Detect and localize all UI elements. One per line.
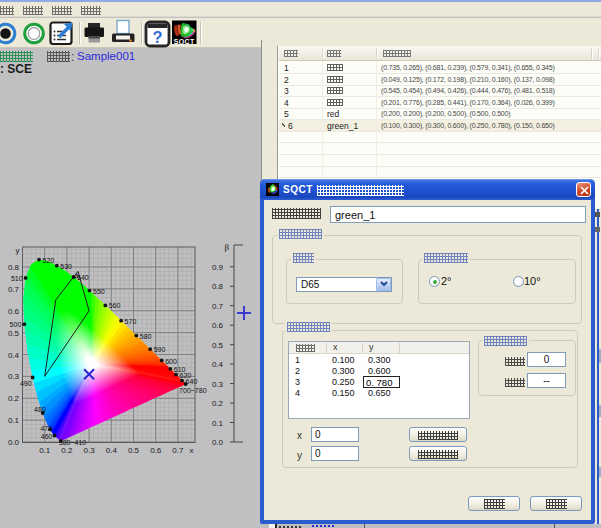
svg-text:0.0: 0.0 <box>8 438 20 447</box>
svg-text:0.1: 0.1 <box>212 419 224 428</box>
svg-text:380~410: 380~410 <box>59 439 87 446</box>
svg-text:A: A <box>75 273 80 280</box>
svg-text:550: 550 <box>93 288 105 295</box>
svg-text:0.2: 0.2 <box>212 399 224 408</box>
svg-text:0.9: 0.9 <box>212 263 224 272</box>
svg-text:640: 640 <box>186 378 198 385</box>
svg-text:580: 580 <box>140 333 152 340</box>
svg-text:0.8: 0.8 <box>212 282 224 291</box>
svg-text:0.8: 0.8 <box>8 263 20 272</box>
svg-text:0.2: 0.2 <box>61 446 73 455</box>
svg-text:0.5: 0.5 <box>8 329 20 338</box>
svg-text:590: 590 <box>154 346 166 353</box>
svg-text:470: 470 <box>40 425 52 432</box>
svg-text:500: 500 <box>10 321 22 328</box>
svg-text:0.2: 0.2 <box>8 394 20 403</box>
svg-text:x: x <box>190 446 194 455</box>
svg-text:600: 600 <box>165 358 177 365</box>
svg-text:0.5: 0.5 <box>212 341 224 350</box>
svg-text:0.1: 0.1 <box>39 446 51 455</box>
svg-text:0.6: 0.6 <box>8 307 20 316</box>
svg-text:0.4: 0.4 <box>212 360 224 369</box>
svg-text:0.6: 0.6 <box>150 446 162 455</box>
svg-text:460: 460 <box>41 433 53 440</box>
svg-text:0.5: 0.5 <box>128 446 140 455</box>
svg-text:700~780: 700~780 <box>179 387 207 394</box>
svg-text:0.7: 0.7 <box>8 285 20 294</box>
svg-text:520: 520 <box>43 257 55 264</box>
svg-text:0.0: 0.0 <box>212 438 224 447</box>
svg-text:y: y <box>16 246 20 255</box>
svg-text:0.1: 0.1 <box>8 416 20 425</box>
svg-text:560: 560 <box>109 302 121 309</box>
svg-text:0.4: 0.4 <box>8 351 20 360</box>
svg-text:0.3: 0.3 <box>8 372 20 381</box>
svg-text:0.7: 0.7 <box>212 302 224 311</box>
svg-text:530: 530 <box>60 263 72 270</box>
svg-text:0.3: 0.3 <box>212 380 224 389</box>
svg-text:510: 510 <box>11 275 23 282</box>
svg-text:β: β <box>224 242 229 252</box>
svg-text:0.3: 0.3 <box>84 446 96 455</box>
svg-text:490: 490 <box>20 380 32 387</box>
svg-text:480: 480 <box>34 406 46 413</box>
svg-text:0.7: 0.7 <box>172 446 184 455</box>
svg-text:0.6: 0.6 <box>212 321 224 330</box>
svg-text:570: 570 <box>125 318 137 325</box>
svg-text:0.4: 0.4 <box>106 446 118 455</box>
